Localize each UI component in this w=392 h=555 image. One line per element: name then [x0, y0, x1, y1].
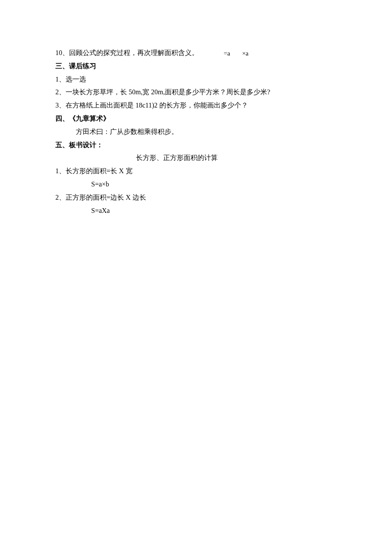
formula-left: =a	[224, 50, 230, 57]
line-5-2: 2、正方形的面积=边长 X 边长	[55, 192, 337, 204]
line-3-2-50m: 50m,	[129, 88, 142, 96]
line-3-2-20m: 20m,	[151, 88, 164, 96]
line-3-1: 1、选一选	[55, 73, 337, 86]
line-3-3-pre: 3、在方格纸上画出面积是	[55, 102, 135, 109]
line-10: 10、回顾公式的探究过程，再次理解面积含义。	[55, 47, 337, 59]
line-4-1: 方田术曰：广从步数相乘得积步。	[55, 126, 337, 138]
line-3-3: 3、在方格纸上画出面积是 18c11)2 的长方形，你能画出多少个？	[55, 99, 337, 112]
heading-section-3: 三、课后练习	[55, 60, 337, 73]
line-5-2-formula: S=aXa	[55, 205, 337, 217]
line-3-3-post: 的长方形，你能画出多少个？	[158, 102, 248, 109]
line-3-3-val: 18c11)2	[135, 102, 158, 109]
top-formula-fragment: =a×a	[224, 48, 248, 59]
heading-section-5: 五、板书设计：	[55, 139, 337, 151]
heading-section-4: 四、《九章算术》	[55, 113, 337, 125]
line-5-title: 长方形、正方形面积的计算	[55, 152, 337, 164]
formula-right: ×a	[242, 50, 248, 57]
line-5-1: 1、长方形的面积=长 X 宽	[55, 165, 337, 177]
line-3-2-pre: 2、一块长方形草坪，长	[55, 88, 129, 96]
line-5-1-formula: S=a×b	[55, 178, 337, 191]
line-3-2-mid: 宽	[142, 88, 151, 96]
line-3-2-post: 面积是多少平方米？周长是多少米?	[165, 88, 270, 96]
line-3-2: 2、一块长方形草坪，长 50m,宽 20m,面积是多少平方米？周长是多少米?	[55, 86, 337, 99]
